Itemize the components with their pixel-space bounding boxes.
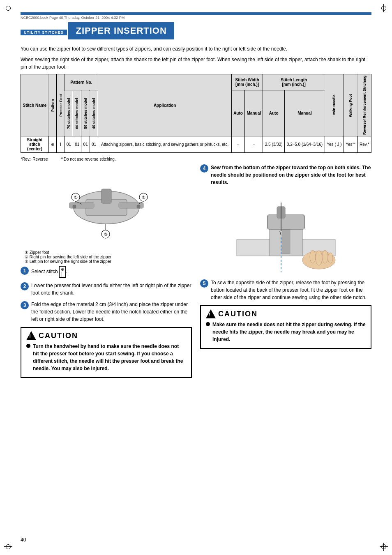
- step-4-text: Sew from the bottom of the zipper toward…: [211, 164, 371, 186]
- caution-header-right: CAUTION: [206, 309, 366, 318]
- caution-item-left-1: Turn the handwheel by hand to make sure …: [26, 343, 186, 372]
- svg-point-27: [328, 253, 333, 263]
- col-right: 4 Sew from the bottom of the zipper towa…: [200, 164, 371, 382]
- th-sw-manual: Manual: [245, 90, 263, 136]
- svg-rect-4: [101, 189, 111, 203]
- td-pn-40: 01: [90, 136, 98, 153]
- step-2: 2 Lower the presser foot lever and fix e…: [21, 282, 192, 297]
- td-reverse: Rev.*: [357, 136, 371, 153]
- th-pattern: Pattern: [48, 74, 56, 136]
- step-1: 1 Select stitch ⊕│.: [21, 266, 192, 278]
- td-pn-60: 01: [73, 136, 81, 153]
- page-number: 40: [21, 537, 26, 543]
- th-sl-auto: Auto: [263, 90, 285, 136]
- crosshair-tr: [380, 4, 388, 12]
- th-pn-70: 70 stitches model: [65, 90, 73, 136]
- svg-rect-6: [137, 205, 140, 208]
- footnote-1: *Rev.: Reverse **Do not use reverse stit…: [21, 157, 371, 161]
- caution-triangle-left: [26, 331, 36, 340]
- td-stitch-name: Straightstitch(center): [21, 136, 49, 153]
- td-sl-manual: 0.2–5.0 (1/64–3/16): [285, 136, 325, 153]
- zipper-diagram-area: ③ ② ① ① Zipper foot ② Right pin for sewi…: [21, 166, 192, 264]
- section-label: UTILITY STITCHES: [21, 30, 67, 35]
- header-meta: NCBC2000.book Page 40 Thursday, October …: [21, 16, 371, 20]
- th-presser-foot: Presser Foot: [57, 74, 65, 136]
- sewing-diagram-area: [200, 190, 371, 276]
- td-pn-70: 01: [65, 136, 73, 153]
- td-sl-auto: 2.5 (3/32): [263, 136, 285, 153]
- caution-text-left: Turn the handwheel by hand to make sure …: [33, 343, 186, 372]
- svg-point-28: [310, 250, 316, 263]
- caution-item-right-1: Make sure the needle does not hit the zi…: [206, 321, 366, 343]
- step-5: 5 To sew the opposite side of the zipper…: [200, 279, 371, 301]
- svg-rect-19: [267, 215, 304, 229]
- th-reverse: Reverse/ Reinforcement Stitching: [357, 74, 371, 136]
- svg-text:②: ②: [141, 195, 145, 200]
- th-sw-auto: Auto: [231, 90, 244, 136]
- step-3: 3 Fold the edge of the material 2 cm (3/…: [21, 301, 192, 323]
- step-4: 4 Sew from the bottom of the zipper towa…: [200, 164, 371, 186]
- step-4-circle: 4: [200, 164, 208, 173]
- diagram-label-2: ② Right pin for sewing the left side of …: [25, 255, 192, 259]
- step-2-text: Lower the presser foot lever and fix eit…: [31, 282, 192, 297]
- step-3-text: Fold the edge of the material 2 cm (3/4 …: [31, 301, 192, 323]
- th-pn-50: 50 stitches model: [81, 90, 90, 136]
- step-2-circle: 2: [21, 282, 29, 290]
- td-presser-foot: I: [57, 136, 65, 153]
- caution-text-right: Make sure the needle does not hit the zi…: [212, 321, 366, 343]
- step-5-circle: 5: [200, 279, 208, 288]
- th-twin-needle: Twin Needle: [325, 74, 344, 136]
- th-pn-40: 40 stitches model: [90, 90, 98, 136]
- step-5-text: To sew the opposite side of the zipper, …: [211, 279, 371, 301]
- crosshair-bl: [4, 543, 12, 551]
- intro-para-2: When sewing the right side of the zipper…: [21, 56, 371, 71]
- col-left: ③ ② ① ① Zipper foot ② Right pin for sewi…: [21, 164, 192, 382]
- step-3-circle: 3: [21, 301, 29, 309]
- stitch-table: Stitch Name Pattern Presser Foot Pattern…: [21, 74, 371, 153]
- svg-rect-18: [282, 229, 290, 254]
- step-1-text: Select stitch ⊕│.: [31, 266, 67, 278]
- diagram-label-3: ③ Left pin for sewing the right side of …: [25, 259, 192, 264]
- td-walking-foot: Yes**: [344, 136, 357, 153]
- th-sl-manual: Manual: [285, 90, 325, 136]
- th-walking-foot: Walking Foot: [344, 74, 357, 136]
- td-sw-manual: –: [245, 136, 263, 153]
- caution-triangle-right: [206, 309, 216, 318]
- top-bar: [21, 12, 371, 15]
- diagram-caption: ① Zipper foot ② Right pin for sewing the…: [21, 250, 192, 264]
- step-1-circle: 1: [21, 267, 29, 275]
- svg-rect-5: [73, 205, 76, 208]
- caution-header-left: CAUTION: [26, 331, 186, 340]
- svg-text:①: ①: [74, 195, 77, 200]
- diagram-label-1: ① Zipper foot: [25, 250, 192, 255]
- th-pn-60: 60 stitches model: [73, 90, 81, 136]
- svg-point-25: [316, 251, 322, 265]
- intro-para-1: You can use the zipper foot to sew diffe…: [21, 45, 371, 53]
- caution-box-right: CAUTION Make sure the needle does not hi…: [200, 305, 371, 349]
- caution-title-left: CAUTION: [39, 332, 78, 340]
- sewing-diagram-svg: [228, 190, 344, 276]
- th-stitch-length: Stitch Length[mm (inch.)]: [263, 74, 325, 90]
- crosshair-br: [380, 543, 388, 551]
- th-application: Application: [98, 74, 232, 136]
- svg-text:③: ③: [104, 232, 107, 237]
- td-application: Attaching zippers, basic stitching, and …: [98, 136, 232, 153]
- td-sw-auto: –: [231, 136, 244, 153]
- caution-bullet-left: [26, 344, 30, 348]
- zipper-diagram-svg: ③ ② ①: [45, 166, 168, 249]
- td-twin-needle: Yes ( J ): [325, 136, 344, 153]
- td-pn-50: 01: [81, 136, 90, 153]
- caution-bullet-right: [206, 322, 210, 326]
- stitch-select-icon: ⊕│: [59, 266, 66, 278]
- th-stitch-width: Stitch Width[mm (inch.)]: [231, 74, 263, 90]
- th-stitch-name: Stitch Name: [21, 74, 49, 136]
- td-pattern: ⊕: [48, 136, 56, 153]
- caution-box-left: CAUTION Turn the handwheel by hand to ma…: [21, 327, 192, 378]
- crosshair-tl: [4, 4, 12, 12]
- page-title: ZIPPER INSERTION: [68, 22, 174, 39]
- th-pattern-no: Pattern No.: [65, 74, 98, 90]
- caution-title-right: CAUTION: [218, 310, 258, 318]
- svg-point-26: [322, 250, 328, 263]
- table-row: Straightstitch(center) ⊕ I 01 01 01 01 A…: [21, 136, 371, 153]
